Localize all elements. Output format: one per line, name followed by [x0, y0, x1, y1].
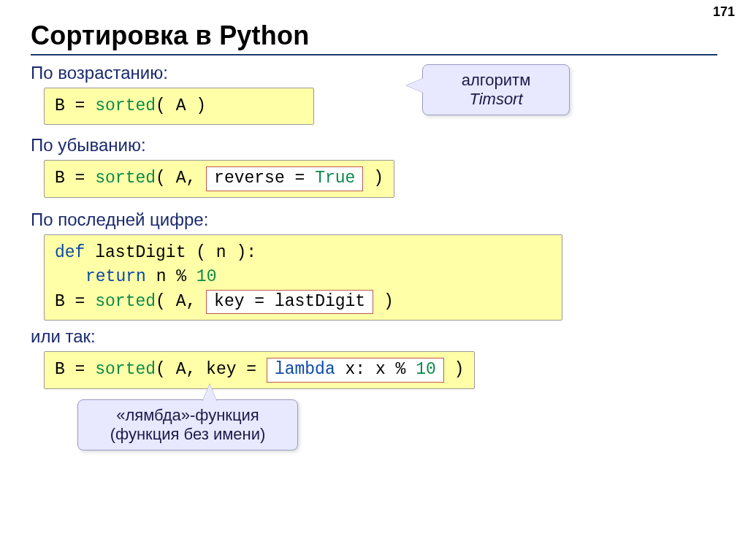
- callout-line: «лямбда»-функция: [93, 406, 283, 425]
- callout-line: алгоритм: [438, 71, 554, 90]
- code-text: B: [55, 96, 65, 115]
- label-ascending: По возрастанию:: [31, 63, 717, 83]
- codebox-ascending: B = sorted( A ): [44, 88, 314, 125]
- codebox-lambda: B = sorted( A, key = lambda x: x % 10 ): [44, 351, 475, 389]
- code-text: A: [176, 169, 186, 188]
- code-text: , key =: [186, 360, 266, 379]
- callout-tail-icon: [406, 78, 424, 93]
- inset-lambda: lambda x: x % 10: [267, 358, 444, 383]
- inset-key-lastdigit: key = lastDigit: [206, 290, 373, 315]
- callout-tail-icon: [202, 384, 217, 402]
- code-text: A: [176, 360, 186, 379]
- code-line: def lastDigit ( n ):: [55, 241, 552, 265]
- code-func: sorted: [95, 360, 156, 379]
- callout-lambda: «лямбда»-функция (функция без имени): [77, 399, 298, 450]
- code-def: def: [55, 243, 85, 262]
- label-lastdigit: По последней цифре:: [31, 210, 717, 230]
- code-text: B: [55, 169, 65, 188]
- code-text: =: [65, 169, 95, 188]
- code-text: A: [176, 96, 186, 115]
- code-return: return: [85, 267, 146, 286]
- code-func: sorted: [95, 292, 156, 311]
- code-text: B: [55, 292, 65, 311]
- callout-line: (функция без имени): [93, 425, 283, 444]
- code-text: ): [373, 292, 394, 311]
- code-text: B: [55, 360, 65, 379]
- label-descending: По убыванию:: [31, 135, 717, 156]
- code-kw: True: [315, 169, 355, 188]
- code-func: sorted: [95, 96, 156, 115]
- code-text: ,: [186, 292, 206, 311]
- slide-content: Сортировка в Python По возрастанию: B = …: [0, 0, 748, 389]
- callout-timsort: алгоритм Timsort: [422, 64, 570, 115]
- code-line: B = sorted( A, key = lastDigit ): [55, 290, 552, 315]
- code-text: (: [156, 96, 176, 115]
- codebox-lastdigit: def lastDigit ( n ): return n % 10 B = s…: [44, 234, 562, 321]
- title-divider: [31, 54, 717, 55]
- row-ascending: По возрастанию: B = sorted( A ) алгоритм…: [31, 63, 717, 125]
- code-text: ): [186, 96, 206, 115]
- code-text: ): [444, 360, 465, 379]
- code-text: ,: [186, 169, 206, 188]
- code-num: 10: [416, 360, 436, 379]
- page-title: Сортировка в Python: [31, 20, 717, 51]
- callout-line: Timsort: [438, 90, 554, 109]
- code-text: (: [156, 292, 176, 311]
- code-text: =: [285, 169, 315, 188]
- row-lastdigit: По последней цифре: def lastDigit ( n ):…: [31, 210, 717, 321]
- code-num: 10: [196, 267, 217, 286]
- code-text: key: [214, 292, 244, 311]
- code-text: =: [245, 292, 275, 311]
- code-text: lastDigit: [275, 292, 365, 311]
- row-lambda: или так: B = sorted( A, key = lambda x: …: [31, 326, 717, 389]
- row-descending: По убыванию: B = sorted( A, reverse = Tr…: [31, 135, 717, 198]
- code-lambda-kw: lambda: [275, 360, 335, 379]
- code-text: A: [176, 292, 186, 311]
- code-text: n %: [146, 267, 196, 286]
- code-text: lastDigit ( n ):: [85, 243, 256, 262]
- code-func: sorted: [95, 169, 156, 188]
- code-text: =: [65, 96, 95, 115]
- code-text: reverse: [214, 169, 285, 188]
- code-text: x: x %: [335, 360, 416, 379]
- code-line: return n % 10: [55, 265, 552, 289]
- label-orlikethis: или так:: [31, 326, 717, 347]
- code-text: =: [65, 292, 95, 311]
- code-text: ): [363, 169, 383, 188]
- code-text: =: [65, 360, 95, 379]
- inset-reverse: reverse = True: [206, 166, 363, 191]
- codebox-descending: B = sorted( A, reverse = True ): [44, 160, 394, 198]
- code-text: (: [156, 169, 176, 188]
- page-number: 171: [713, 4, 735, 20]
- code-text: (: [156, 360, 176, 379]
